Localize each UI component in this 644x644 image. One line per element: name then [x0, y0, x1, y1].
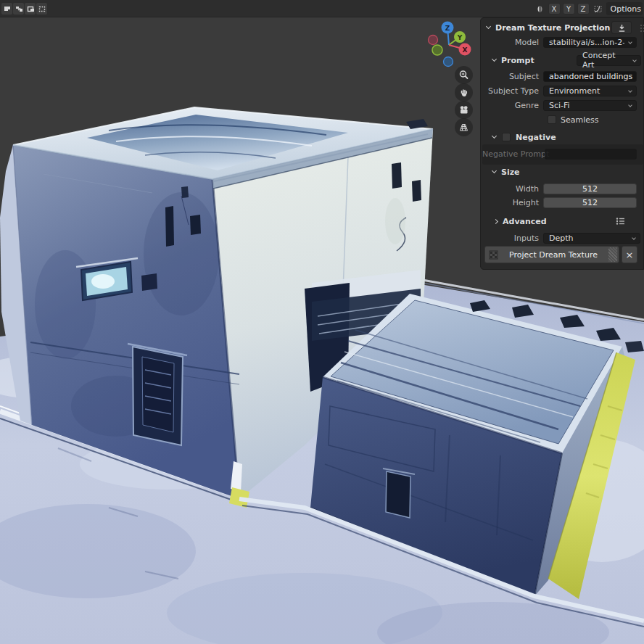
panel-title: Dream Texture Projection	[495, 23, 610, 33]
chevron-down-icon	[628, 40, 632, 44]
dream-texture-icon	[489, 250, 498, 260]
gizmo-y-axis[interactable]: Y	[454, 31, 466, 43]
model-dropdown[interactable]: stabilityai/s...ion-2-depth	[543, 37, 637, 48]
download-model-button[interactable]	[611, 21, 632, 34]
height-row: Height 512	[481, 197, 644, 208]
panel-header[interactable]: Dream Texture Projection	[481, 21, 644, 34]
pan-hand-icon[interactable]	[455, 83, 473, 102]
close-icon: ×	[626, 249, 634, 260]
chevron-down-icon	[628, 88, 632, 93]
gizmo-z-axis[interactable]: Z	[442, 22, 454, 34]
negative-prompt-label: Negative Prompt	[482, 149, 545, 159]
inputs-label: Inputs	[481, 234, 543, 243]
select-intersect-icon[interactable]	[36, 3, 47, 15]
viewport-nav-buttons	[455, 66, 473, 136]
chevron-right-icon	[493, 218, 498, 223]
gizmo-neg-z[interactable]	[444, 57, 453, 67]
subject-input[interactable]: abandoned buildings	[543, 71, 637, 82]
gizmo-x-axis[interactable]: X	[459, 44, 471, 56]
model-row: Model stabilityai/s...ion-2-depth	[481, 37, 644, 48]
subject-type-value: Environment	[549, 86, 600, 96]
blender-window: X Y Z Options Z Y	[0, 0, 644, 644]
model-value: stabilityai/s...ion-2-depth	[549, 38, 624, 47]
chevron-down-icon	[628, 103, 632, 107]
options-label: Options	[611, 4, 641, 14]
presets-icon[interactable]	[615, 216, 625, 226]
chevron-down-icon	[632, 58, 637, 62]
drag-handle-icon[interactable]	[640, 25, 643, 27]
chevron-down-icon	[492, 133, 497, 139]
camera-icon[interactable]	[455, 101, 473, 119]
inputs-value: Depth	[549, 234, 574, 243]
subject-type-label: Subject Type	[481, 86, 543, 96]
select-extend-icon[interactable]	[13, 3, 24, 15]
seamless-label: Seamless	[561, 115, 599, 125]
height-value: 512	[582, 198, 598, 207]
project-button-label: Project Dream Texture	[498, 250, 608, 260]
tool-mode-icons	[1, 3, 47, 15]
prompt-label: Prompt	[501, 56, 534, 65]
header-bar: X Y Z Options	[0, 0, 644, 17]
cancel-button[interactable]: ×	[622, 246, 637, 263]
negative-label: Negative	[516, 133, 556, 142]
negative-prompt-input[interactable]	[545, 149, 637, 160]
dream-textures-panel: Dream Texture Projection Model stability…	[480, 17, 644, 270]
button-grip-handle[interactable]	[608, 247, 617, 262]
door-small-building	[383, 468, 415, 518]
model-label: Model	[481, 38, 543, 47]
svg-text:Y: Y	[457, 34, 463, 41]
genre-dropdown[interactable]: Sci-Fi	[543, 100, 637, 111]
select-subtract-icon[interactable]	[25, 3, 36, 15]
subject-row: Subject abandoned buildings	[481, 71, 644, 82]
seamless-checkbox[interactable]	[548, 115, 556, 124]
genre-row: Genre Sci-Fi	[481, 100, 644, 111]
falloff-icon[interactable]	[592, 3, 604, 15]
window-slot-3	[141, 273, 157, 291]
project-dream-texture-button[interactable]: Project Dream Texture	[484, 246, 619, 263]
advanced-section-header[interactable]: Advanced	[481, 215, 644, 227]
chevron-down-icon	[492, 57, 497, 62]
select-new-icon[interactable]	[1, 3, 12, 15]
window-right-1	[392, 162, 402, 189]
width-label: Width	[481, 184, 543, 194]
inputs-dropdown[interactable]: Depth	[543, 233, 640, 244]
mirror-y-toggle[interactable]: Y	[563, 3, 575, 15]
genre-value: Sci-Fi	[549, 101, 570, 110]
genre-label: Genre	[481, 101, 543, 110]
door-large-building	[128, 344, 187, 445]
mirror-icon[interactable]	[534, 3, 546, 15]
subject-label: Subject	[481, 72, 543, 81]
window-slot-1	[165, 206, 174, 247]
svg-text:Z: Z	[445, 25, 450, 32]
window-slot-2	[190, 215, 201, 235]
advanced-label: Advanced	[503, 217, 547, 226]
width-value: 512	[582, 184, 598, 194]
subject-type-row: Subject Type Environment	[481, 86, 644, 96]
prompt-preset-dropdown[interactable]: Concept Art	[577, 55, 641, 66]
size-label: Size	[501, 168, 520, 177]
gizmo-neg-y[interactable]	[432, 45, 442, 55]
subject-value: abandoned buildings	[549, 72, 632, 81]
size-section-header[interactable]: Size	[481, 166, 644, 178]
negative-prompt-row: Negative Prompt	[482, 149, 644, 160]
mirror-z-toggle[interactable]: Z	[577, 3, 590, 15]
zoom-icon[interactable]	[455, 66, 473, 84]
width-row: Width 512	[481, 183, 644, 194]
negative-checkbox[interactable]	[502, 133, 511, 141]
prompt-section-header[interactable]: Prompt Concept Art	[481, 54, 644, 66]
subject-type-dropdown[interactable]: Environment	[543, 86, 637, 96]
height-slider[interactable]: 512	[543, 197, 637, 208]
orientation-gizmo[interactable]: Z Y X	[426, 19, 473, 68]
grid-ortho-icon[interactable]	[455, 118, 473, 136]
chevron-down-icon	[632, 236, 636, 240]
chevron-down-icon	[486, 24, 491, 29]
svg-text:X: X	[463, 46, 468, 54]
negative-section-header[interactable]: Negative	[481, 131, 644, 143]
inputs-row: Inputs Depth	[481, 232, 644, 244]
height-label: Height	[481, 198, 543, 207]
mirror-x-toggle[interactable]: X	[548, 3, 561, 15]
options-menu[interactable]: Options	[606, 2, 643, 15]
prompt-preset-value: Concept Art	[582, 51, 629, 70]
gizmo-neg-x[interactable]	[429, 36, 438, 45]
width-slider[interactable]: 512	[543, 183, 637, 194]
